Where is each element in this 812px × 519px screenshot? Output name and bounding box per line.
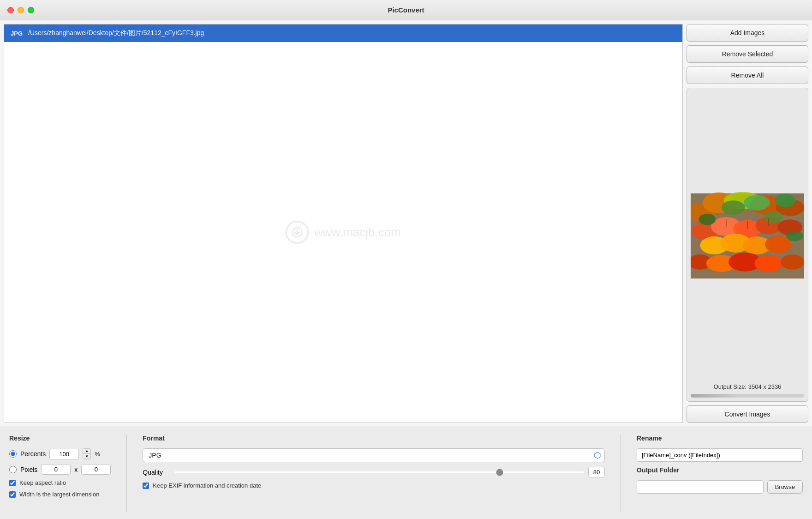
svg-point-6 — [722, 200, 745, 215]
traffic-lights — [7, 7, 34, 13]
keep-exif-label: Keep EXIF information and creation date — [153, 482, 261, 489]
progress-bar-container — [691, 394, 804, 398]
pixels-label: Pixels — [20, 466, 37, 473]
remove-all-button[interactable]: Remove All — [687, 66, 808, 84]
rename-input[interactable] — [637, 448, 803, 462]
preview-image — [691, 190, 804, 282]
percent-unit: % — [95, 451, 100, 458]
svg-point-23 — [699, 213, 716, 225]
maximize-button[interactable] — [28, 7, 34, 13]
browse-button[interactable]: Browse — [767, 480, 803, 494]
keep-exif-checkbox[interactable] — [143, 483, 149, 489]
width-largest-row: Width is the largest dimension — [9, 491, 111, 498]
resize-section: Resize Percents ▲ ▼ % Pixels x Keep aspe… — [9, 435, 111, 512]
pixel-x-separator: x — [74, 466, 78, 473]
keep-aspect-label: Keep aspect ratio — [19, 479, 66, 486]
folder-path-input[interactable] — [637, 480, 764, 494]
file-list-empty-area: www.macjb.com — [4, 42, 682, 422]
svg-point-7 — [744, 195, 770, 210]
percents-value-input[interactable] — [49, 449, 79, 459]
quality-label: Quality — [143, 469, 170, 476]
quality-value-input[interactable] — [588, 467, 605, 477]
output-folder-title: Output Folder — [637, 466, 803, 474]
watermark-icon — [286, 221, 309, 244]
output-size-label: Output Size: 3504 x 2336 — [714, 383, 782, 390]
pixels-row: Pixels x — [9, 464, 111, 475]
quality-slider[interactable] — [175, 471, 584, 473]
stepper-down[interactable]: ▼ — [83, 454, 90, 459]
percents-row: Percents ▲ ▼ % — [9, 448, 111, 459]
pixel-width-input[interactable] — [41, 464, 71, 475]
divider-2 — [621, 435, 621, 512]
keep-aspect-row: Keep aspect ratio — [9, 479, 111, 486]
minimize-button[interactable] — [18, 7, 24, 13]
preview-image-container — [691, 92, 804, 380]
add-images-button[interactable]: Add Images — [687, 24, 808, 42]
bottom-panel: Resize Percents ▲ ▼ % Pixels x Keep aspe… — [0, 427, 812, 519]
rename-section: Rename Output Folder Browse — [637, 435, 803, 512]
svg-point-22 — [781, 254, 804, 269]
svg-point-8 — [775, 193, 795, 207]
width-largest-label: Width is the largest dimension — [19, 491, 99, 498]
format-title: Format — [143, 435, 605, 442]
main-content: JPG /Users/zhanghanwei/Desktop/文件/图片/521… — [0, 20, 812, 427]
rename-title: Rename — [637, 435, 803, 442]
keep-aspect-checkbox[interactable] — [9, 480, 16, 486]
file-path: /Users/zhanghanwei/Desktop/文件/图片/52112_c… — [28, 29, 204, 37]
close-button[interactable] — [7, 7, 14, 13]
format-section: Format JPG PNG TIFF GIF BMP WEBP ⬡ Quali… — [143, 435, 605, 512]
format-select-container: JPG PNG TIFF GIF BMP WEBP ⬡ — [143, 448, 605, 462]
percents-label: Percents — [20, 450, 46, 458]
titlebar: PicConvert — [0, 0, 812, 20]
keep-exif-row: Keep EXIF information and creation date — [143, 482, 605, 489]
resize-title: Resize — [9, 435, 111, 442]
width-largest-checkbox[interactable] — [9, 491, 16, 498]
file-list-item[interactable]: JPG /Users/zhanghanwei/Desktop/文件/图片/521… — [4, 24, 682, 42]
svg-point-25 — [786, 230, 803, 241]
remove-selected-button[interactable]: Remove Selected — [687, 45, 808, 63]
quality-row: Quality — [143, 467, 605, 477]
svg-point-21 — [754, 255, 783, 272]
progress-bar — [691, 394, 736, 398]
output-folder-row: Browse — [637, 480, 803, 494]
window-title: PicConvert — [388, 6, 424, 14]
stepper-up[interactable]: ▲ — [83, 449, 90, 454]
format-select[interactable]: JPG PNG TIFF GIF BMP WEBP — [143, 448, 605, 462]
convert-images-button[interactable]: Convert Images — [687, 405, 808, 423]
svg-point-24 — [764, 211, 783, 223]
percents-stepper[interactable]: ▲ ▼ — [83, 448, 91, 459]
percents-radio[interactable] — [9, 450, 17, 458]
pixels-radio[interactable] — [9, 466, 17, 473]
watermark-text: www.macjb.com — [314, 225, 401, 240]
file-list-panel: JPG /Users/zhanghanwei/Desktop/文件/图片/521… — [4, 24, 683, 423]
divider-1 — [126, 435, 127, 512]
file-type-badge: JPG — [11, 30, 23, 37]
right-panel: Add Images Remove Selected Remove All — [683, 20, 812, 427]
pixel-height-input[interactable] — [81, 464, 111, 475]
watermark-overlay: www.macjb.com — [286, 221, 401, 244]
preview-panel: Output Size: 3504 x 2336 — [687, 88, 808, 402]
